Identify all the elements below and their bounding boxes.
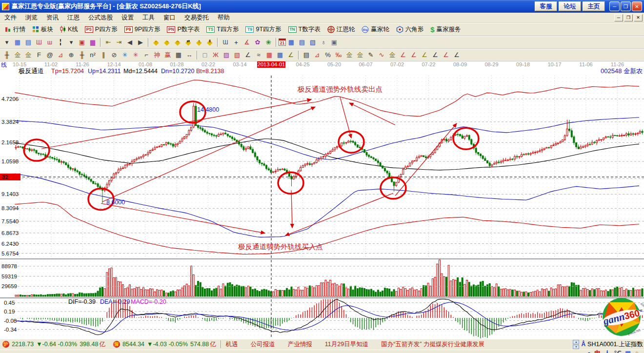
circle-slash-button[interactable]: ⊘ bbox=[109, 50, 120, 60]
snowflake-red-button[interactable]: ✳ bbox=[130, 50, 141, 60]
toolbar-六角形-button[interactable]: 六角形 bbox=[393, 24, 427, 35]
grid-blue-button[interactable]: ▦ bbox=[275, 50, 285, 60]
color-bars-button[interactable]: ▆ bbox=[87, 37, 98, 47]
menu-item-0[interactable]: 文件 bbox=[0, 13, 21, 23]
bars-9-button[interactable]: ш bbox=[44, 37, 55, 47]
angle-f-button[interactable]: ∠ bbox=[408, 50, 419, 60]
scroll-down-button[interactable]: ▼ bbox=[573, 345, 579, 349]
toolbar-T数字表-button[interactable]: TNT数字表 bbox=[285, 24, 324, 35]
slant-olive-button[interactable]: ∠ bbox=[285, 50, 296, 60]
news-link-4[interactable]: 国办“五箭齐发” 力挺煤炭行业健康发展 bbox=[381, 340, 484, 349]
file-list-button[interactable]: ▤ bbox=[301, 50, 312, 60]
current-index-label[interactable]: SH1A0001.上证指数 bbox=[587, 340, 643, 349]
mdi-close-button[interactable]: ✕ bbox=[634, 14, 643, 21]
bars-3-button[interactable]: Ш bbox=[34, 37, 44, 47]
minimize-button[interactable]: ─ bbox=[609, 1, 620, 11]
titlebar-button-0[interactable]: 客服 bbox=[535, 1, 557, 11]
dock-icon-0[interactable]: ● bbox=[587, 350, 591, 353]
menu-item-3[interactable]: 江恩 bbox=[63, 13, 84, 23]
toolbar-9P四方形-button[interactable]: P99P四方形 bbox=[121, 24, 164, 35]
ying-tool-button[interactable]: 赢 bbox=[162, 50, 173, 60]
wave-red-button[interactable]: ∿ bbox=[376, 50, 387, 60]
board-view-button[interactable]: ▦ bbox=[12, 37, 23, 47]
menu-item-9[interactable]: 帮助 bbox=[213, 13, 234, 23]
save-button[interactable]: ▧ bbox=[307, 37, 318, 47]
angle-measure-tool-button[interactable]: ∡ bbox=[242, 37, 252, 47]
shape-tool-button[interactable]: ✿ bbox=[252, 37, 263, 47]
k-frame-button[interactable]: ▣ bbox=[77, 37, 87, 47]
expand-h-button[interactable]: ◆↔ bbox=[172, 37, 183, 47]
fan-purple-button[interactable]: ▨ bbox=[221, 50, 232, 60]
mdi-minimize-button[interactable]: ─ bbox=[614, 14, 623, 21]
fan-red-button[interactable]: ▧ bbox=[232, 50, 242, 60]
spiral-button[interactable]: @ bbox=[44, 50, 55, 60]
compress-v-button[interactable]: ◆⇕ bbox=[204, 37, 215, 47]
toolbar-P四方形-button[interactable]: PSP四方形 bbox=[81, 24, 121, 35]
n-square-button[interactable]: n² bbox=[87, 50, 98, 60]
nav-prev-button[interactable]: ◀ bbox=[124, 37, 135, 47]
toolbar-K线-button[interactable]: K线 bbox=[57, 24, 81, 35]
rays-tool-button[interactable]: Ж bbox=[210, 50, 221, 60]
rect-tool-button[interactable]: ◻ bbox=[200, 50, 210, 60]
menu-item-2[interactable]: 资讯 bbox=[42, 13, 63, 23]
dock-icon-3[interactable]: ℃ bbox=[614, 350, 622, 353]
calculator-button[interactable]: ▦ bbox=[286, 37, 297, 47]
quote-list-button[interactable]: ▤ bbox=[23, 37, 34, 47]
gold-line-button[interactable]: 金 bbox=[344, 50, 355, 60]
expand-v-button[interactable]: ◆↕ bbox=[194, 37, 204, 47]
nav-last-button[interactable]: ⇥ bbox=[114, 37, 124, 47]
kline-chart[interactable]: 10-1511-0211-2612-1401-0801-2802-2203-14… bbox=[0, 61, 644, 339]
style-dropdown-button[interactable]: ▾ bbox=[1, 37, 12, 47]
gold-square-2-button[interactable]: 金 bbox=[23, 50, 34, 60]
news-link-1[interactable]: 公司报道 bbox=[251, 340, 275, 349]
toolbar-赢家轮-button[interactable]: Big赢家轮 bbox=[358, 24, 393, 35]
horn-tool-button[interactable]: ⊿ bbox=[55, 50, 66, 60]
gold-line-2-button[interactable]: 金 bbox=[355, 50, 365, 60]
dock-icon-4[interactable]: ▦ bbox=[625, 350, 631, 353]
candle-style-button[interactable]: ╏ bbox=[55, 37, 66, 47]
angle-black-button[interactable]: ∠ bbox=[430, 50, 441, 60]
menu-item-6[interactable]: 工具 bbox=[138, 13, 159, 23]
nav-next-button[interactable]: ▶ bbox=[135, 37, 146, 47]
fibonacci-button[interactable]: F bbox=[34, 50, 44, 60]
web-link-button[interactable]: ♁ bbox=[318, 37, 329, 47]
menu-item-8[interactable]: 交易委托 bbox=[180, 13, 213, 23]
compress-h-button[interactable]: ◆⇄ bbox=[183, 37, 194, 47]
notepad-button[interactable]: ▤ bbox=[297, 37, 307, 47]
menu-item-5[interactable]: 设置 bbox=[117, 13, 138, 23]
wave-tool-button[interactable]: ≈ bbox=[253, 50, 264, 60]
dock-icon-1[interactable]: 电 bbox=[594, 350, 601, 353]
shen-tool-button[interactable]: 神 bbox=[152, 50, 162, 60]
gann-grid-button[interactable]: ╫ bbox=[1, 50, 12, 60]
pattern-tool-button[interactable]: ❀ bbox=[263, 37, 274, 47]
number-ruler-button[interactable]: ▦ bbox=[173, 50, 184, 60]
percent-button[interactable]: % bbox=[322, 50, 333, 60]
grid-red-button[interactable]: ▦ bbox=[264, 50, 275, 60]
permille-button[interactable]: ‰ bbox=[333, 50, 344, 60]
measure-ruler-button[interactable]: ↔ bbox=[184, 50, 195, 60]
gann-grid-2-button[interactable]: ╫ bbox=[77, 50, 87, 60]
toolbar-赢家服务-button[interactable]: $赢家服务 bbox=[427, 24, 464, 35]
toolbar-9T四方形-button[interactable]: T99T四方形 bbox=[242, 24, 284, 35]
angle-gold-button[interactable]: ∠ bbox=[419, 50, 430, 60]
candle-dropdown-button[interactable]: ▾ bbox=[66, 37, 77, 47]
gold-box-button[interactable]: 金 bbox=[387, 50, 398, 60]
titlebar-button-2[interactable]: 主页 bbox=[583, 1, 605, 11]
toolbar-T四方形-button[interactable]: TST四方形 bbox=[203, 24, 242, 35]
news-link-3[interactable]: 11月29日早知道 bbox=[325, 340, 368, 349]
workstation-button[interactable]: ▣ bbox=[329, 37, 340, 47]
restore-button[interactable]: ❐ bbox=[621, 1, 631, 11]
circle-cross-button[interactable]: ⊕ bbox=[66, 50, 77, 60]
snowflake-blue-button[interactable]: ✳ bbox=[120, 50, 130, 60]
crosshair-tool-button[interactable]: ＋ bbox=[231, 37, 242, 47]
toolbar-P数字表-button[interactable]: PNP数字表 bbox=[163, 24, 203, 35]
angle-plain-button[interactable]: ∠ bbox=[451, 50, 462, 60]
angle-line-button[interactable]: ∠ bbox=[242, 50, 253, 60]
toolbar-江恩轮-button[interactable]: 江恩轮 bbox=[324, 24, 359, 35]
titlebar-button-1[interactable]: 论坛 bbox=[559, 1, 581, 11]
gold-square-button[interactable]: 金 bbox=[12, 50, 23, 60]
angle-shen-button[interactable]: ∠ bbox=[441, 50, 451, 60]
news-link-0[interactable]: 机遇 bbox=[226, 340, 238, 349]
menu-item-7[interactable]: 窗口 bbox=[159, 13, 180, 23]
calendar-icon[interactable]: 21 bbox=[279, 39, 286, 46]
